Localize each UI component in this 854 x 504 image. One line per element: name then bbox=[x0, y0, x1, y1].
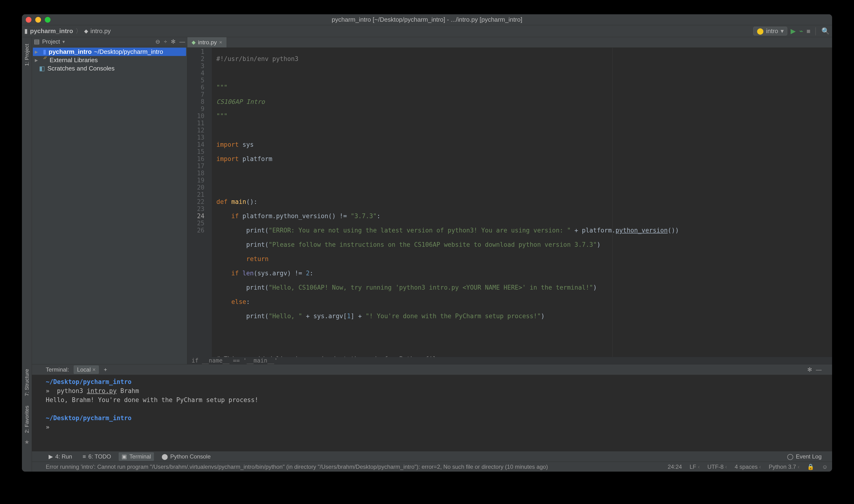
project-tool-window: ▤ Project ▾ ⊖ ÷ ✻ — ▸ ▮ pycharm_intro ~/… bbox=[32, 37, 187, 364]
code-text: if bbox=[216, 270, 243, 277]
code-text: else bbox=[231, 298, 246, 305]
interpreter[interactable]: Python 3.7 bbox=[769, 464, 799, 470]
code-text: ) bbox=[593, 284, 597, 291]
code-text: print bbox=[246, 312, 265, 320]
code-breadcrumb[interactable]: if __name__ == '__main__' bbox=[187, 357, 832, 364]
title-text: pycharm_intro [~/Desktop/pycharm_intro] … bbox=[22, 16, 832, 23]
terminal-label: Terminal: bbox=[46, 366, 69, 373]
terminal-tab-local[interactable]: Local × bbox=[74, 365, 99, 374]
close-window-icon[interactable] bbox=[26, 17, 32, 23]
tree-external-libraries[interactable]: ▸ 𝄓 External Libraries bbox=[33, 56, 186, 64]
new-terminal-button[interactable]: + bbox=[104, 366, 107, 373]
library-icon: 𝄓 bbox=[43, 56, 47, 64]
editor-area: ◆ intro.py × 123456789101112131415161718… bbox=[187, 37, 832, 364]
code-text: "! You're done with the PyCharm setup pr… bbox=[366, 312, 541, 320]
encoding[interactable]: UTF-8 bbox=[708, 464, 727, 470]
run-button[interactable]: ▶ bbox=[790, 27, 796, 35]
window-controls bbox=[26, 17, 51, 23]
terminal-tab-label: Local bbox=[77, 366, 91, 373]
chevron-right-icon[interactable]: ▸ bbox=[35, 56, 40, 64]
breadcrumb-project[interactable]: pycharm_intro bbox=[30, 28, 73, 35]
gear-icon[interactable]: ✻ bbox=[171, 38, 176, 45]
code-text: 1 bbox=[347, 312, 351, 320]
project-tool-tab[interactable]: 1: Project bbox=[23, 39, 31, 71]
project-panel-header: ▤ Project ▾ ⊖ ÷ ✻ — bbox=[32, 37, 187, 46]
code-content[interactable]: #!/usr/bin/env python3 """ CS106AP Intro… bbox=[212, 48, 832, 357]
terminal-tool-tab[interactable]: ▣Terminal bbox=[119, 452, 154, 461]
tree-label: Scratches and Consoles bbox=[48, 65, 114, 72]
tree-scratches[interactable]: ◧ Scratches and Consoles bbox=[33, 64, 186, 73]
run-config-name: intro bbox=[766, 28, 778, 35]
tree-label: pycharm_intro bbox=[49, 48, 92, 55]
status-message: Error running 'intro': Cannot run progra… bbox=[46, 464, 548, 470]
tree-label: External Libraries bbox=[50, 56, 98, 64]
project-view-title[interactable]: Project bbox=[42, 38, 60, 45]
fold-gutter bbox=[207, 48, 212, 357]
code-text: platform bbox=[243, 155, 272, 162]
code-text: len bbox=[243, 270, 254, 277]
run-tool-tab[interactable]: ▶4: Run bbox=[46, 452, 75, 461]
chevron-down-icon: ▾ bbox=[781, 28, 784, 35]
event-log-icon: ◯ bbox=[787, 453, 794, 460]
terminal-cwd: ~/Desktop/pycharm_intro bbox=[46, 414, 131, 421]
indent[interactable]: 4 spaces bbox=[735, 464, 761, 470]
code-editor[interactable]: 1234567891011121314151617181920212223242… bbox=[187, 48, 832, 357]
code-text: def bbox=[216, 198, 231, 205]
gear-icon[interactable]: ✻ bbox=[807, 366, 812, 373]
titlebar: pycharm_intro [~/Desktop/pycharm_intro] … bbox=[22, 14, 832, 25]
code-text: """ bbox=[216, 84, 228, 91]
code-text: ( bbox=[265, 312, 269, 320]
structure-tool-tab[interactable]: 7: Structure bbox=[23, 364, 31, 401]
line-separator[interactable]: LF bbox=[690, 464, 700, 470]
python-icon: ⬤ bbox=[757, 28, 764, 35]
collapse-all-icon[interactable]: ⊖ bbox=[155, 38, 160, 45]
project-tree[interactable]: ▸ ▮ pycharm_intro ~/Desktop/pycharm_intr… bbox=[32, 46, 187, 74]
hide-icon[interactable]: — bbox=[179, 38, 185, 45]
editor-tab-bar: ◆ intro.py × bbox=[187, 37, 832, 48]
breadcrumb-file[interactable]: intro.py bbox=[91, 28, 111, 35]
code-text: "ERROR: You are not using the latest ver… bbox=[269, 227, 571, 234]
python-file-icon: ◆ bbox=[84, 28, 88, 34]
caret-position[interactable]: 24:24 bbox=[668, 464, 682, 470]
debug-button[interactable]: ⌁ bbox=[799, 27, 803, 35]
close-icon[interactable]: × bbox=[219, 39, 222, 46]
folder-icon: ▮ bbox=[43, 48, 46, 55]
minimize-window-icon[interactable] bbox=[35, 17, 41, 23]
terminal-stdout: Hello, Brahm! You're done with the PyCha… bbox=[46, 395, 818, 404]
bottom-tool-tabs: ▶4: Run ≡6: TODO ▣Terminal ⬤Python Conso… bbox=[32, 451, 832, 462]
tab-label: Terminal bbox=[129, 453, 151, 460]
code-text: """ bbox=[216, 112, 228, 120]
chevron-right-icon[interactable]: ▸ bbox=[35, 48, 40, 55]
maximize-window-icon[interactable] bbox=[45, 17, 51, 23]
code-text: main bbox=[231, 198, 246, 205]
event-log-tab[interactable]: Event Log bbox=[796, 453, 822, 460]
code-text bbox=[216, 298, 231, 305]
terminal-icon: ▣ bbox=[122, 453, 127, 460]
terminal-output[interactable]: ~/Desktop/pycharm_intro » python3 intro.… bbox=[32, 375, 832, 451]
code-text: platform.python_version() != bbox=[243, 213, 351, 220]
code-text: return bbox=[246, 255, 269, 263]
close-icon[interactable]: × bbox=[92, 366, 95, 373]
tree-project-root[interactable]: ▸ ▮ pycharm_intro ~/Desktop/pycharm_intr… bbox=[33, 48, 186, 56]
code-text bbox=[216, 312, 246, 320]
editor-tab[interactable]: ◆ intro.py × bbox=[187, 37, 227, 48]
hector-icon[interactable]: ☺ bbox=[822, 464, 828, 470]
chevron-down-icon[interactable]: ▾ bbox=[63, 39, 65, 44]
run-config-selector[interactable]: ⬤ intro ▾ bbox=[753, 27, 787, 35]
python-console-tool-tab[interactable]: ⬤Python Console bbox=[159, 452, 213, 461]
search-everywhere-icon[interactable]: 🔍 bbox=[821, 27, 830, 35]
status-bar: Error running 'intro': Cannot run progra… bbox=[32, 462, 832, 472]
todo-tool-tab[interactable]: ≡6: TODO bbox=[80, 452, 114, 461]
project-view-icon: ▤ bbox=[34, 38, 40, 45]
expand-icon[interactable]: ÷ bbox=[164, 38, 167, 45]
lock-icon[interactable]: 🔒 bbox=[807, 464, 814, 470]
left-tool-tabs: 1: Project bbox=[22, 37, 32, 364]
code-text: (): bbox=[246, 198, 257, 205]
favorites-tool-tab[interactable]: 2: Favorites bbox=[23, 401, 31, 438]
hide-icon[interactable]: — bbox=[816, 366, 822, 373]
python-icon: ⬤ bbox=[162, 453, 168, 460]
stop-button[interactable]: ■ bbox=[806, 28, 811, 35]
code-text: : bbox=[309, 270, 313, 277]
terminal-cmd: python3 bbox=[57, 387, 87, 394]
code-text: #!/usr/bin/env python3 bbox=[216, 55, 298, 62]
